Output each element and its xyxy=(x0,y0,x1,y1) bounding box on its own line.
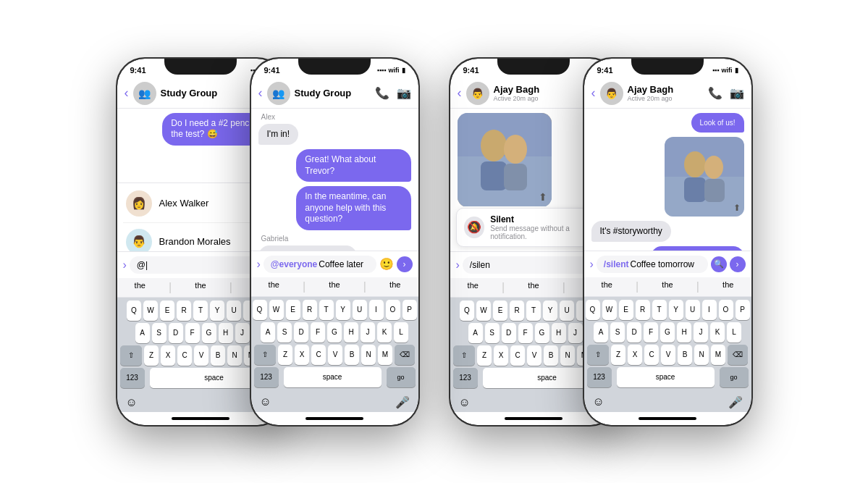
key-x[interactable]: X xyxy=(161,345,175,366)
compose-icon[interactable]: › xyxy=(590,258,594,271)
key-b[interactable]: B xyxy=(211,345,225,366)
key-backspace[interactable]: ⌫ xyxy=(395,345,415,365)
key-b[interactable]: B xyxy=(678,345,692,365)
share-icon[interactable]: ⬆ xyxy=(539,191,547,203)
key-a[interactable]: A xyxy=(135,323,150,343)
emoji-keyboard-icon[interactable]: ☺ xyxy=(459,396,471,409)
key-p[interactable]: P xyxy=(403,300,417,320)
key-x[interactable]: X xyxy=(494,345,508,366)
key-k[interactable]: K xyxy=(710,322,725,343)
key-j[interactable]: J xyxy=(235,323,250,343)
search-button[interactable]: 🔍 xyxy=(711,256,727,272)
key-j[interactable]: J xyxy=(568,323,583,343)
emoji-keyboard-icon[interactable]: ☺ xyxy=(260,395,271,409)
key-n[interactable]: N xyxy=(560,345,575,366)
key-v[interactable]: V xyxy=(527,345,542,366)
key-n[interactable]: N xyxy=(694,345,709,365)
key-a[interactable]: A xyxy=(468,323,483,343)
key-q[interactable]: Q xyxy=(253,300,267,320)
key-j[interactable]: J xyxy=(361,322,375,343)
key-h[interactable]: H xyxy=(219,323,233,343)
suggestion[interactable]: the xyxy=(662,280,673,293)
key-s[interactable]: S xyxy=(485,323,500,343)
key-c[interactable]: C xyxy=(644,345,659,365)
compose-icon[interactable]: › xyxy=(456,259,460,272)
key-c[interactable]: C xyxy=(177,345,192,366)
suggestion[interactable]: the xyxy=(468,281,479,294)
key-k[interactable]: K xyxy=(377,322,392,343)
key-y[interactable]: Y xyxy=(336,300,350,320)
key-v[interactable]: V xyxy=(194,345,208,366)
message-input[interactable] xyxy=(463,256,593,274)
video-call-icon[interactable]: 📷 xyxy=(397,86,411,100)
suggestion[interactable]: the xyxy=(602,280,612,293)
message-input-display[interactable]: @everyone Coffee later xyxy=(264,256,376,273)
key-j[interactable]: J xyxy=(694,322,708,343)
key-space[interactable]: space xyxy=(617,367,715,387)
key-t[interactable]: T xyxy=(319,300,334,320)
key-i[interactable]: I xyxy=(702,300,717,320)
key-u[interactable]: U xyxy=(353,300,367,320)
key-123[interactable]: 123 xyxy=(120,368,145,388)
key-w[interactable]: W xyxy=(269,300,284,320)
key-z[interactable]: Z xyxy=(477,345,492,366)
message-input[interactable] xyxy=(130,256,261,274)
key-y[interactable]: Y xyxy=(543,301,557,321)
key-d[interactable]: D xyxy=(502,323,516,343)
key-v[interactable]: V xyxy=(661,345,675,365)
key-h[interactable]: H xyxy=(344,322,358,343)
key-shift[interactable]: ⇧ xyxy=(453,345,475,366)
key-p[interactable]: P xyxy=(736,300,750,320)
key-r[interactable]: R xyxy=(636,300,650,320)
emoji-keyboard-icon[interactable]: ☺ xyxy=(593,395,604,409)
key-e[interactable]: E xyxy=(286,300,300,320)
key-b[interactable]: B xyxy=(345,345,359,365)
key-l[interactable]: L xyxy=(394,322,408,343)
key-f[interactable]: F xyxy=(518,323,533,343)
key-t[interactable]: T xyxy=(193,301,208,321)
key-b[interactable]: B xyxy=(544,345,558,366)
key-l[interactable]: L xyxy=(727,322,741,343)
key-h[interactable]: H xyxy=(677,322,691,343)
key-y[interactable]: Y xyxy=(669,300,683,320)
key-r[interactable]: R xyxy=(510,301,524,321)
key-w[interactable]: W xyxy=(476,301,491,321)
key-n[interactable]: N xyxy=(227,345,242,366)
key-g[interactable]: G xyxy=(535,323,549,343)
suggestion[interactable]: the xyxy=(135,281,146,294)
key-q[interactable]: Q xyxy=(586,300,600,320)
key-z[interactable]: Z xyxy=(144,345,159,366)
key-t[interactable]: T xyxy=(652,300,667,320)
suggestion[interactable]: the xyxy=(269,280,279,293)
key-e[interactable]: E xyxy=(160,301,174,321)
key-m[interactable]: M xyxy=(378,345,392,365)
phone-call-icon[interactable]: 📞 xyxy=(375,86,389,100)
key-f[interactable]: F xyxy=(644,322,658,343)
key-e[interactable]: E xyxy=(493,301,507,321)
key-123[interactable]: 123 xyxy=(254,367,279,387)
key-w[interactable]: W xyxy=(143,301,158,321)
key-e[interactable]: E xyxy=(619,300,633,320)
key-c[interactable]: C xyxy=(311,345,326,365)
key-u[interactable]: U xyxy=(560,301,574,321)
compose-icon[interactable]: › xyxy=(123,259,127,272)
key-t[interactable]: T xyxy=(526,301,541,321)
key-go[interactable]: go xyxy=(387,367,416,387)
key-f[interactable]: F xyxy=(311,322,325,343)
back-button[interactable]: ‹ xyxy=(591,85,596,101)
share-icon[interactable]: ⬆ xyxy=(733,203,741,213)
mic-icon[interactable]: 🎤 xyxy=(395,395,410,409)
key-g[interactable]: G xyxy=(202,323,216,343)
suggestion[interactable]: the xyxy=(389,280,400,293)
suggestion[interactable]: the xyxy=(528,281,539,294)
back-button[interactable]: ‹ xyxy=(258,85,263,101)
suggestion[interactable]: the xyxy=(722,280,733,293)
emoji-keyboard-icon[interactable]: ☺ xyxy=(126,396,138,409)
mic-icon[interactable]: 🎤 xyxy=(728,395,743,409)
key-shift[interactable]: ⇧ xyxy=(120,345,142,366)
key-o[interactable]: O xyxy=(386,300,400,320)
key-go[interactable]: go xyxy=(720,367,749,387)
key-u[interactable]: U xyxy=(686,300,700,320)
key-q[interactable]: Q xyxy=(460,301,474,321)
key-q[interactable]: Q xyxy=(127,301,141,321)
